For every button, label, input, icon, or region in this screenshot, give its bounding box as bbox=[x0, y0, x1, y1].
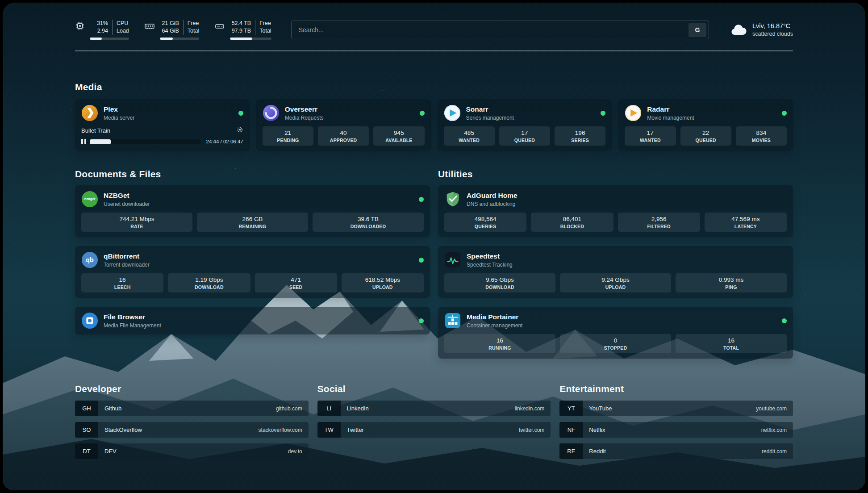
status-dot bbox=[419, 318, 424, 323]
stat-value: 618.52 Mbps bbox=[343, 276, 422, 283]
stat-value: 16 bbox=[83, 276, 162, 283]
bookmark-abbr: YT bbox=[559, 401, 583, 416]
nzbget-card[interactable]: nzbget NZBGet Usenet downloader 744.21 M… bbox=[75, 185, 430, 237]
bookmark-url: twitter.com bbox=[519, 427, 551, 433]
adguard-card[interactable]: AdGuard Home DNS and adblocking 498,564 … bbox=[438, 185, 793, 237]
app-name: Plex bbox=[104, 105, 134, 113]
bookmark-name: Github bbox=[104, 405, 121, 412]
bookmark-url: dev.to bbox=[288, 448, 309, 455]
memory-readout: 21 GiB Free 64 GiB Total bbox=[160, 20, 199, 40]
portainer-card[interactable]: Media Portainer Container management 16 … bbox=[438, 307, 793, 359]
sonarr-card[interactable]: Sonarr Series management 485 WANTED 17 Q… bbox=[438, 99, 612, 151]
gear-icon[interactable] bbox=[237, 126, 243, 135]
stat-label: LEECH bbox=[83, 284, 162, 290]
status-dot bbox=[782, 111, 787, 116]
stat-value: 17 bbox=[626, 130, 674, 136]
stat-label: TOTAL bbox=[677, 345, 785, 351]
stat-value: 945 bbox=[375, 130, 422, 136]
bookmark-youtube[interactable]: YT YouTube youtube.com bbox=[559, 401, 793, 416]
stat-stopped: 0 STOPPED bbox=[560, 334, 671, 353]
stat-label: AVAILABLE bbox=[375, 138, 422, 143]
filebrowser-card[interactable]: File Browser Media File Management bbox=[75, 307, 430, 334]
bookmark-twitter[interactable]: TW Twitter twitter.com bbox=[317, 422, 551, 438]
media-grid: Plex Media server Bullet Train bbox=[75, 99, 793, 151]
stat-value: 39.6 TB bbox=[314, 216, 422, 222]
stat-value: 266 GB bbox=[199, 216, 306, 222]
bookmark-name: YouTube bbox=[589, 405, 612, 412]
stat-label: LATENCY bbox=[706, 224, 785, 229]
bookmark-abbr: GH bbox=[75, 401, 98, 416]
status-dot bbox=[601, 111, 605, 116]
stat-wanted: 485 WANTED bbox=[444, 126, 495, 146]
stat-value: 834 bbox=[738, 130, 785, 136]
utilities-section: Utilities AdGuard Home DNS bbox=[438, 169, 793, 359]
bookmark-url: linkedin.com bbox=[515, 405, 551, 412]
radarr-card[interactable]: Radarr Movie management 17 WANTED 22 QUE… bbox=[618, 99, 793, 151]
overseerr-card[interactable]: Overseerr Media Requests 21 PENDING 40 A… bbox=[256, 99, 431, 151]
bookmark-linkedin[interactable]: LI LinkedIn linkedin.com bbox=[317, 401, 551, 416]
stat-value: 471 bbox=[257, 276, 335, 283]
plex-icon bbox=[81, 104, 98, 121]
bookmark-url: stackoverflow.com bbox=[259, 427, 309, 433]
cpu-widget: 31% CPU 2.94 Load bbox=[75, 20, 129, 40]
entertainment-section-title: Entertainment bbox=[559, 384, 793, 394]
bookmark-sections: Developer GH Github github.com SO StackO… bbox=[75, 384, 793, 459]
app-name: Sonarr bbox=[466, 105, 514, 113]
bookmark-abbr: TW bbox=[317, 422, 341, 438]
plex-card[interactable]: Plex Media server Bullet Train bbox=[75, 99, 250, 151]
cpu-label: CPU bbox=[112, 20, 128, 27]
social-section: Social LI LinkedIn linkedin.com TW Twitt… bbox=[317, 384, 551, 459]
bookmark-url: github.com bbox=[276, 405, 309, 412]
stat-label: WANTED bbox=[626, 138, 674, 143]
storage-widget: 52.4 TB Free 97.9 TB Total bbox=[214, 20, 271, 40]
bookmark-netflix[interactable]: NF Netflix netflix.com bbox=[559, 422, 793, 438]
search-input[interactable] bbox=[292, 21, 689, 39]
storage-total-value: 97.9 TB bbox=[230, 27, 255, 35]
stat-label: DOWNLOAD bbox=[170, 284, 248, 290]
search-engine-badge[interactable]: G bbox=[689, 23, 706, 37]
stat-label: PING bbox=[677, 284, 785, 290]
bookmark-reddit[interactable]: RE Reddit reddit.com bbox=[559, 443, 793, 459]
stat-value: 86,401 bbox=[533, 216, 611, 222]
stat-label: RATE bbox=[83, 224, 191, 229]
search-bar: G bbox=[291, 21, 709, 39]
filebrowser-icon bbox=[81, 312, 98, 329]
now-playing-title: Bullet Train bbox=[81, 127, 110, 134]
app-name: qBittorrent bbox=[104, 252, 150, 260]
playback-time: 24:44 / 02:06:47 bbox=[206, 139, 243, 144]
bookmark-github[interactable]: GH Github github.com bbox=[75, 401, 309, 416]
stat-value: 0.993 ms bbox=[677, 276, 785, 283]
stat-filtered: 2,956 FILTERED bbox=[618, 213, 700, 232]
stat-value: 21 bbox=[264, 130, 312, 136]
stat-value: 16 bbox=[677, 337, 785, 344]
status-dot bbox=[419, 258, 424, 263]
weather-text: Lviv, 16.87°C scattered clouds bbox=[752, 22, 793, 37]
playback-progress-bar[interactable] bbox=[90, 139, 200, 144]
stat-value: 2,956 bbox=[620, 216, 698, 222]
stat-value: 16 bbox=[446, 337, 554, 344]
social-section-title: Social bbox=[317, 384, 551, 394]
stat-latency: 47.569 ms LATENCY bbox=[705, 213, 787, 232]
cpu-chip-icon bbox=[75, 21, 85, 31]
bookmark-url: reddit.com bbox=[762, 448, 793, 455]
qbittorrent-card[interactable]: qb qBittorrent Torrent downloader 16 bbox=[75, 246, 430, 298]
stat-value: 47.569 ms bbox=[706, 216, 785, 222]
storage-free-label: Free bbox=[255, 20, 271, 27]
memory-icon bbox=[144, 21, 155, 32]
stat-upload: 9.24 Gbps UPLOAD bbox=[560, 273, 671, 292]
app-name: Speedtest bbox=[467, 252, 513, 260]
speedtest-card[interactable]: Speedtest Speedtest Tracking 9.65 Gbps D… bbox=[438, 246, 793, 298]
cloud-icon bbox=[730, 24, 747, 36]
stat-total: 16 TOTAL bbox=[676, 334, 787, 353]
stat-queries: 498,564 QUERIES bbox=[444, 213, 526, 232]
bookmark-stackoverflow[interactable]: SO StackOverflow stackoverflow.com bbox=[75, 422, 309, 438]
app-description: Media File Management bbox=[104, 322, 161, 329]
status-dot bbox=[782, 318, 787, 323]
stat-value: 17 bbox=[501, 130, 548, 136]
bookmark-abbr: DT bbox=[75, 443, 98, 459]
pause-icon[interactable] bbox=[81, 139, 86, 144]
app-name: NZBGet bbox=[104, 192, 150, 200]
app-name: Overseerr bbox=[285, 105, 324, 113]
stat-value: 196 bbox=[556, 130, 604, 136]
bookmark-dev[interactable]: DT DEV dev.to bbox=[75, 443, 309, 459]
